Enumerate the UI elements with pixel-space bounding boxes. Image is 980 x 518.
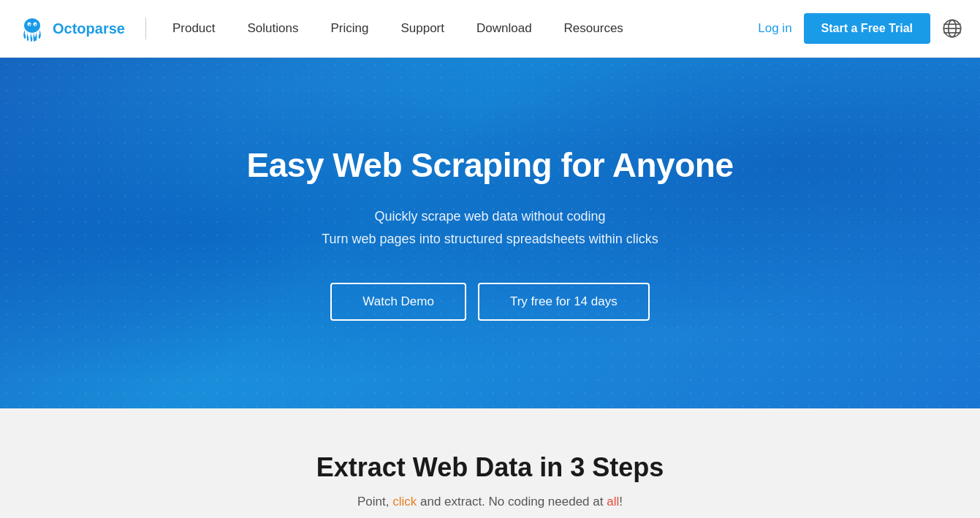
navbar: Octoparse Product Solutions Pricing Supp… <box>0 0 980 58</box>
try-free-button[interactable]: Try free for 14 days <box>478 283 650 321</box>
hero-content: Easy Web Scraping for Anyone Quickly scr… <box>218 145 763 320</box>
svg-point-0 <box>24 18 40 33</box>
steps-subtitle-plain2: and extract. No coding needed at <box>417 495 607 509</box>
hero-section: Easy Web Scraping for Anyone Quickly scr… <box>0 58 980 408</box>
nav-item-download[interactable]: Download <box>462 0 547 58</box>
nav-item-support[interactable]: Support <box>386 0 459 58</box>
login-link[interactable]: Log in <box>758 21 791 36</box>
start-free-trial-button[interactable]: Start a Free Trial <box>804 13 930 44</box>
hero-subtitle-line2: Turn web pages into structured spreadshe… <box>247 228 734 251</box>
watch-demo-button[interactable]: Watch Demo <box>330 283 466 321</box>
steps-subtitle-click: click <box>392 495 417 509</box>
steps-subtitle-all: all <box>607 495 619 509</box>
logo-icon <box>18 14 47 43</box>
hero-title: Easy Web Scraping for Anyone <box>247 145 734 185</box>
hero-subtitle-line1: Quickly scrape web data without coding <box>247 205 734 228</box>
nav-links: Product Solutions Pricing Support Downlo… <box>158 0 758 58</box>
nav-item-solutions[interactable]: Solutions <box>233 0 314 58</box>
nav-divider <box>145 18 146 39</box>
hero-subtitle: Quickly scrape web data without coding T… <box>247 205 734 250</box>
steps-subtitle-exclaim: ! <box>619 495 623 509</box>
brand-name[interactable]: Octoparse <box>53 20 125 37</box>
svg-point-4 <box>35 24 37 26</box>
steps-section: Extract Web Data in 3 Steps Point, click… <box>0 408 980 518</box>
steps-title: Extract Web Data in 3 Steps <box>29 452 951 483</box>
nav-item-pricing[interactable]: Pricing <box>316 0 383 58</box>
steps-subtitle: Point, click and extract. No coding need… <box>29 495 951 509</box>
steps-subtitle-plain1: Point, <box>357 495 392 509</box>
navbar-actions: Log in Start a Free Trial <box>758 13 962 44</box>
language-selector-icon[interactable] <box>942 18 962 39</box>
nav-item-resources[interactable]: Resources <box>550 0 638 58</box>
logo-container[interactable]: Octoparse <box>18 14 125 43</box>
svg-point-3 <box>29 24 31 26</box>
nav-item-product[interactable]: Product <box>158 0 230 58</box>
hero-buttons: Watch Demo Try free for 14 days <box>247 283 734 321</box>
